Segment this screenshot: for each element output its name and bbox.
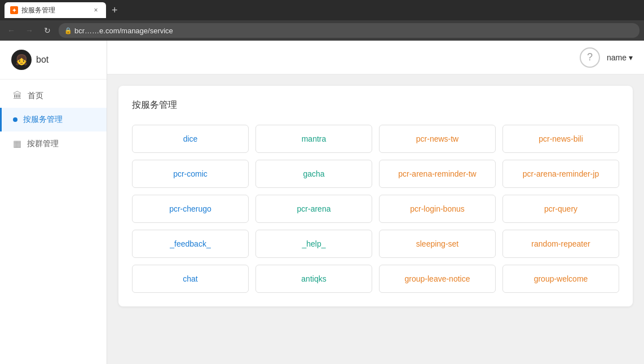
app-wrapper: 👧 bot 🏛 首页 按服务管理 ▦ 按群管理 ? bbox=[0, 41, 644, 364]
back-button[interactable]: ← bbox=[5, 24, 18, 37]
sidebar-item-home[interactable]: 🏛 首页 bbox=[0, 84, 107, 108]
service-button-pcr-arena[interactable]: pcr-arena bbox=[255, 195, 372, 223]
service-card: 按服务管理 dicemantrapcr-news-twpcr-news-bili… bbox=[118, 86, 633, 306]
new-tab-button[interactable]: + bbox=[109, 5, 120, 16]
service-button-pcr-login-bonus[interactable]: pcr-login-bonus bbox=[379, 195, 496, 223]
tab-close-button[interactable]: × bbox=[91, 6, 100, 15]
sidebar-item-service-label: 按服务管理 bbox=[23, 115, 63, 125]
header-right: ? name ▾ bbox=[580, 47, 633, 68]
tab-title: 按服务管理 bbox=[21, 6, 55, 15]
card-title: 按服务管理 bbox=[132, 99, 619, 111]
service-button-gacha[interactable]: gacha bbox=[255, 160, 372, 188]
logo-text: bot bbox=[36, 55, 48, 65]
group-icon: ▦ bbox=[13, 138, 21, 149]
user-menu-button[interactable]: name ▾ bbox=[607, 53, 633, 62]
app-header: ? name ▾ bbox=[107, 41, 644, 74]
browser-chrome: ✦ 按服务管理 × + bbox=[0, 0, 644, 20]
service-button-pcr-query[interactable]: pcr-query bbox=[502, 195, 619, 223]
sidebar-logo: 👧 bot bbox=[0, 41, 107, 80]
service-button-group-welcome[interactable]: group-welcome bbox=[502, 265, 619, 293]
sidebar-item-service[interactable]: 按服务管理 bbox=[0, 108, 107, 131]
service-grid: dicemantrapcr-news-twpcr-news-bilipcr-co… bbox=[132, 125, 619, 293]
home-icon: 🏛 bbox=[13, 91, 22, 101]
service-button-pcr-cherugo[interactable]: pcr-cherugo bbox=[132, 195, 249, 223]
service-button-dice[interactable]: dice bbox=[132, 125, 249, 153]
user-label: name bbox=[607, 53, 627, 62]
forward-button[interactable]: → bbox=[23, 24, 36, 37]
service-button-antiqks[interactable]: antiqks bbox=[255, 265, 372, 293]
main-content: ? name ▾ 按服务管理 dicemantrapcr-news-twpcr-… bbox=[107, 41, 644, 364]
sidebar: 👧 bot 🏛 首页 按服务管理 ▦ 按群管理 bbox=[0, 41, 107, 364]
sidebar-item-home-label: 首页 bbox=[28, 91, 43, 101]
service-button-random-repeater[interactable]: random-repeater bbox=[502, 230, 619, 258]
service-button-_help_[interactable]: _help_ bbox=[255, 230, 372, 258]
service-button-group-leave-notice[interactable]: group-leave-notice bbox=[379, 265, 496, 293]
service-active-dot bbox=[13, 117, 17, 122]
service-button-pcr-comic[interactable]: pcr-comic bbox=[132, 160, 249, 188]
sidebar-item-group-label: 按群管理 bbox=[27, 139, 59, 149]
address-bar-row: ← → ↻ 🔒 bbox=[0, 20, 644, 41]
refresh-button[interactable]: ↻ bbox=[41, 24, 54, 37]
help-icon: ? bbox=[587, 51, 593, 63]
service-button-mantra[interactable]: mantra bbox=[255, 125, 372, 153]
service-button-pcr-news-tw[interactable]: pcr-news-tw bbox=[379, 125, 496, 153]
service-button-pcr-arena-reminder-jp[interactable]: pcr-arena-reminder-jp bbox=[502, 160, 619, 188]
address-bar-container: 🔒 bbox=[59, 23, 639, 38]
content-area: 按服务管理 dicemantrapcr-news-twpcr-news-bili… bbox=[107, 74, 644, 364]
avatar: 👧 bbox=[11, 50, 32, 70]
sidebar-nav: 🏛 首页 按服务管理 ▦ 按群管理 bbox=[0, 80, 107, 160]
service-button-_feedback_[interactable]: _feedback_ bbox=[132, 230, 249, 258]
address-input[interactable] bbox=[59, 23, 639, 38]
tab-favicon: ✦ bbox=[10, 6, 18, 14]
service-button-pcr-arena-reminder-tw[interactable]: pcr-arena-reminder-tw bbox=[379, 160, 496, 188]
sidebar-item-group[interactable]: ▦ 按群管理 bbox=[0, 131, 107, 156]
lock-icon: 🔒 bbox=[64, 27, 72, 34]
service-button-chat[interactable]: chat bbox=[132, 265, 249, 293]
browser-tab[interactable]: ✦ 按服务管理 × bbox=[5, 2, 106, 18]
service-button-sleeping-set[interactable]: sleeping-set bbox=[379, 230, 496, 258]
dropdown-icon: ▾ bbox=[629, 53, 633, 62]
service-button-pcr-news-bili[interactable]: pcr-news-bili bbox=[502, 125, 619, 153]
help-button[interactable]: ? bbox=[580, 47, 600, 68]
